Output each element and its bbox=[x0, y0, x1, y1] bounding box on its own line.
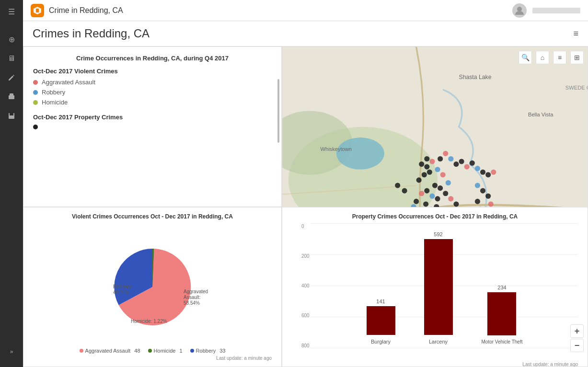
dashboard-content: Crime Occurrences in Redding, CA, during… bbox=[23, 46, 588, 367]
svg-text:Homicide: 1.22%: Homicide: 1.22% bbox=[131, 319, 167, 324]
map-home-btn[interactable]: ⌂ bbox=[536, 51, 549, 64]
app-logo bbox=[31, 4, 44, 17]
svg-text:Robbery:: Robbery: bbox=[113, 284, 133, 289]
pie-aggravated-dot bbox=[80, 349, 83, 353]
homicide-label: Homicide bbox=[42, 99, 68, 106]
svg-text:Shasta Lake: Shasta Lake bbox=[459, 74, 492, 80]
y-label-400: 400 bbox=[301, 283, 310, 288]
sidebar-add[interactable]: ⊕ bbox=[4, 32, 19, 47]
pie-homicide-dot bbox=[148, 349, 152, 353]
sidebar-monitor[interactable]: 🖥 bbox=[4, 51, 19, 66]
map-list-btn[interactable]: ≡ bbox=[553, 51, 566, 64]
property-dot bbox=[33, 125, 38, 129]
svg-text:58.54%: 58.54% bbox=[184, 300, 200, 306]
legend-item-property bbox=[33, 125, 272, 129]
svg-text:Bella Vista: Bella Vista bbox=[528, 112, 553, 117]
y-label-800: 800 bbox=[301, 343, 310, 348]
map-zoom-controls: + − bbox=[570, 324, 584, 352]
sidebar-save[interactable] bbox=[4, 108, 19, 124]
dashboard-header: Crimes in Redding, CA ≡ bbox=[23, 21, 588, 46]
bar-larceny-value: 592 bbox=[434, 231, 442, 237]
pie-chart-svg: Robbery: 40.24% Aggravated Assault: 58.5… bbox=[90, 241, 215, 328]
svg-rect-3 bbox=[10, 113, 13, 115]
map-zoom-in[interactable]: + bbox=[570, 324, 584, 338]
pie-last-update: Last update: a minute ago bbox=[33, 356, 272, 361]
sidebar-hamburger[interactable]: ☰ bbox=[4, 4, 19, 19]
pie-aggravated-count: 48 bbox=[134, 348, 140, 354]
bar-chart-bars: 141 Burglary 592 Larceny 234 Motor Vehic… bbox=[316, 228, 573, 356]
bar-larceny: 592 Larceny bbox=[424, 231, 453, 344]
bar-burglary: 141 Burglary bbox=[367, 298, 395, 344]
map-search-btn[interactable]: 🔍 bbox=[519, 51, 532, 64]
bar-burglary-rect bbox=[367, 306, 395, 335]
pie-chart-panel: Violent Crimes Occurrences Oct - Dec 201… bbox=[23, 207, 282, 367]
legend-title: Crime Occurrences in Redding, CA, during… bbox=[33, 55, 272, 62]
pie-robbery-count: 33 bbox=[219, 348, 225, 354]
svg-text:SWEDE CREE: SWEDE CREE bbox=[565, 85, 588, 91]
svg-text:Aggravated: Aggravated bbox=[184, 289, 208, 294]
property-section-title: Oct-Dec 2017 Property Crimes bbox=[33, 114, 272, 121]
bar-burglary-label: Burglary bbox=[371, 339, 391, 344]
robbery-dot bbox=[33, 90, 38, 95]
aggravated-label: Aggravated Assault bbox=[42, 79, 95, 86]
bar-vehicle-value: 234 bbox=[497, 285, 506, 290]
pie-chart-title: Violent Crimes Occurrences Oct - Dec 201… bbox=[33, 213, 272, 220]
bar-vehicle-rect bbox=[487, 292, 516, 335]
legend-item-robbery: Robbery bbox=[33, 89, 272, 96]
violent-section-title: Oct-Dec 2017 Violent Crimes bbox=[33, 68, 272, 75]
map-toolbar: 🔍 ⌂ ≡ ⊞ bbox=[519, 51, 584, 64]
svg-text:40.24%: 40.24% bbox=[113, 290, 129, 295]
sidebar: ☰ ⊕ 🖥 » bbox=[0, 0, 23, 367]
app-title: Crime in Redding, CA bbox=[49, 6, 123, 15]
sidebar-edit[interactable] bbox=[4, 70, 19, 85]
scrollbar[interactable] bbox=[277, 79, 279, 143]
dashboard-title: Crimes in Redding, CA bbox=[33, 27, 150, 40]
bar-chart-panel: Property Crimes Occurrences Oct - Dec 20… bbox=[282, 207, 588, 367]
sidebar-collapse[interactable]: » bbox=[4, 344, 19, 359]
map-zoom-out[interactable]: − bbox=[570, 339, 584, 352]
svg-rect-1 bbox=[10, 93, 13, 96]
pie-legend-aggravated: Aggravated Assault 48 bbox=[80, 348, 140, 354]
pie-homicide-text: Homicide bbox=[154, 348, 176, 354]
bar-vehicle-label: Motor Vehicle Theft bbox=[482, 339, 523, 344]
pie-robbery-dot bbox=[190, 349, 194, 353]
svg-point-7 bbox=[517, 7, 522, 11]
pie-aggravated-text: Aggravated Assault bbox=[85, 348, 131, 354]
svg-text:Whiskeytown: Whiskeytown bbox=[320, 146, 351, 152]
y-axis: 800 600 400 200 0 bbox=[301, 224, 310, 348]
aggravated-dot bbox=[33, 80, 38, 85]
bar-vehicle-theft: 234 Motor Vehicle Theft bbox=[482, 285, 523, 344]
user-name bbox=[532, 8, 580, 13]
bar-burglary-value: 141 bbox=[376, 298, 385, 304]
bar-chart-title: Property Crimes Occurrences Oct - Dec 20… bbox=[292, 213, 578, 220]
map-grid-btn[interactable]: ⊞ bbox=[570, 51, 584, 64]
y-label-200: 200 bbox=[301, 253, 310, 259]
legend-item-aggravated: Aggravated Assault bbox=[33, 79, 272, 86]
y-label-0: 0 bbox=[301, 224, 310, 229]
pie-chart-area: Robbery: 40.24% Aggravated Assault: 58.5… bbox=[33, 224, 272, 346]
legend-panel: Crime Occurrences in Redding, CA, during… bbox=[23, 46, 282, 207]
pie-legend-robbery: Robbery 33 bbox=[190, 348, 226, 354]
pie-legend: Aggravated Assault 48 Homicide 1 Robbery… bbox=[33, 346, 272, 354]
bar-last-update: Last update: a minute ago bbox=[292, 362, 578, 367]
pie-legend-homicide: Homicide 1 bbox=[148, 348, 183, 354]
pie-homicide-count: 1 bbox=[179, 348, 182, 354]
user-avatar bbox=[512, 3, 527, 18]
svg-rect-4 bbox=[10, 116, 13, 118]
svg-rect-0 bbox=[9, 95, 14, 99]
y-line-800 bbox=[311, 223, 578, 224]
sidebar-print[interactable] bbox=[4, 89, 19, 104]
svg-text:Assault:: Assault: bbox=[184, 295, 201, 300]
topbar: Crime in Redding, CA bbox=[23, 0, 588, 21]
bar-larceny-label: Larceny bbox=[429, 339, 448, 344]
bar-larceny-rect bbox=[424, 239, 453, 335]
legend-item-homicide: Homicide bbox=[33, 99, 272, 106]
robbery-label: Robbery bbox=[42, 89, 65, 96]
topbar-right bbox=[512, 3, 580, 18]
svg-point-11 bbox=[336, 138, 384, 170]
dashboard-menu-icon[interactable]: ≡ bbox=[573, 29, 578, 39]
main-area: Crime in Redding, CA Crimes in Redding, … bbox=[23, 0, 588, 367]
pie-robbery-text: Robbery bbox=[196, 348, 216, 354]
y-label-600: 600 bbox=[301, 313, 310, 318]
homicide-dot bbox=[33, 100, 38, 105]
